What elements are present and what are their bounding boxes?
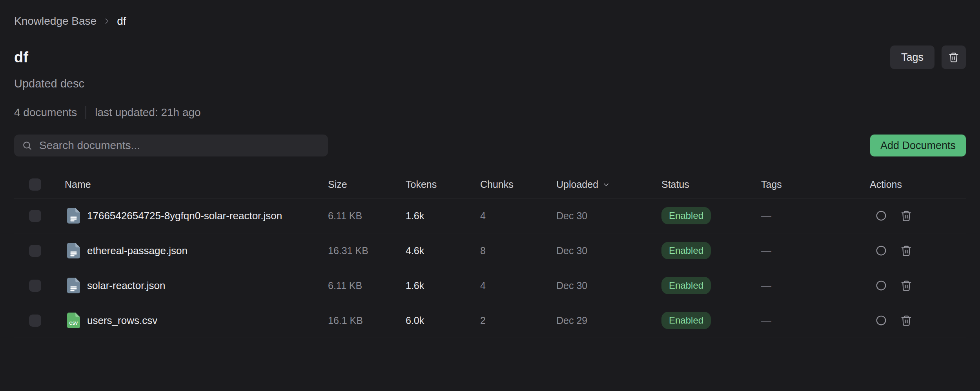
document-tokens: 6.0k <box>406 315 480 326</box>
document-size: 16.31 KB <box>328 245 406 256</box>
column-header-status[interactable]: Status <box>661 179 761 190</box>
status-badge: Enabled <box>661 277 711 294</box>
document-tags: — <box>761 315 870 327</box>
tags-button[interactable]: Tags <box>890 45 934 69</box>
column-header-tags: Tags <box>761 179 870 190</box>
status-badge: Enabled <box>661 207 711 224</box>
document-uploaded: Dec 29 <box>556 315 661 326</box>
table-row: ethereal-passage.json 16.31 KB 4.6k 8 De… <box>14 233 966 268</box>
json-file-icon <box>67 208 80 224</box>
delete-knowledge-base-button[interactable] <box>942 45 966 69</box>
toggle-status-button[interactable] <box>875 210 887 222</box>
table-body: 1766542654725-8ygfqn0-solar-reactor.json… <box>14 198 966 338</box>
trash-icon <box>900 210 912 222</box>
trash-icon <box>948 52 959 63</box>
documents-table: Name Size Tokens Chunks Uploaded Status … <box>14 171 966 338</box>
json-file-icon <box>67 278 80 293</box>
kb-stats: 4 documents last updated: 21h ago <box>14 106 966 119</box>
delete-document-button[interactable] <box>900 280 912 291</box>
trash-icon <box>900 315 912 326</box>
document-tags: — <box>761 280 870 292</box>
row-checkbox[interactable] <box>29 210 41 222</box>
toolbar: Add Documents <box>14 135 966 156</box>
table-header: Name Size Tokens Chunks Uploaded Status … <box>14 171 966 198</box>
search-icon <box>22 140 32 151</box>
document-tags: — <box>761 245 870 257</box>
document-chunks: 2 <box>480 315 556 326</box>
add-documents-button[interactable]: Add Documents <box>870 135 966 156</box>
trash-icon <box>900 245 912 256</box>
kb-description: Updated desc <box>14 78 966 89</box>
column-header-actions: Actions <box>870 179 966 190</box>
knowledge-base-page: Knowledge Base df df Tags Updated desc 4… <box>0 0 980 391</box>
table-row: 1766542654725-8ygfqn0-solar-reactor.json… <box>14 198 966 233</box>
chevron-right-icon <box>103 17 111 25</box>
document-chunks: 4 <box>480 280 556 291</box>
select-all-checkbox[interactable] <box>29 178 41 191</box>
document-count: 4 documents <box>14 106 77 119</box>
csv-file-icon: CSV <box>67 313 80 328</box>
delete-document-button[interactable] <box>900 245 912 256</box>
toggle-status-button[interactable] <box>875 315 887 326</box>
breadcrumb: Knowledge Base df <box>14 0 966 27</box>
document-tags: — <box>761 210 870 222</box>
circle-icon <box>875 315 887 326</box>
delete-document-button[interactable] <box>900 315 912 326</box>
circle-icon <box>875 280 887 291</box>
column-header-size[interactable]: Size <box>328 179 406 190</box>
document-name[interactable]: solar-reactor.json <box>87 280 165 292</box>
document-uploaded: Dec 30 <box>556 210 661 222</box>
document-size: 6.11 KB <box>328 210 406 222</box>
column-header-name[interactable]: Name <box>55 179 328 190</box>
breadcrumb-knowledge-base[interactable]: Knowledge Base <box>14 15 97 27</box>
delete-document-button[interactable] <box>900 210 912 222</box>
column-header-uploaded[interactable]: Uploaded <box>556 179 661 190</box>
document-uploaded: Dec 30 <box>556 280 661 291</box>
circle-icon <box>875 245 887 256</box>
svg-text:CSV: CSV <box>69 321 78 326</box>
divider <box>86 106 86 119</box>
document-tokens: 1.6k <box>406 210 480 222</box>
row-checkbox[interactable] <box>29 280 41 292</box>
title-row: df Tags <box>14 45 966 69</box>
status-badge: Enabled <box>661 312 711 329</box>
document-tokens: 1.6k <box>406 280 480 291</box>
circle-icon <box>875 210 887 222</box>
last-updated: last updated: 21h ago <box>95 106 200 119</box>
page-title: df <box>14 49 28 66</box>
document-uploaded: Dec 30 <box>556 245 661 256</box>
search-input[interactable] <box>38 139 320 152</box>
table-row: solar-reactor.json 6.11 KB 1.6k 4 Dec 30… <box>14 268 966 303</box>
search-box[interactable] <box>14 135 328 156</box>
document-chunks: 8 <box>480 245 556 256</box>
chevron-down-icon <box>602 181 610 189</box>
document-chunks: 4 <box>480 210 556 222</box>
document-size: 6.11 KB <box>328 280 406 291</box>
toggle-status-button[interactable] <box>875 245 887 256</box>
column-header-chunks[interactable]: Chunks <box>480 179 556 190</box>
uploaded-label: Uploaded <box>556 179 598 190</box>
breadcrumb-current: df <box>117 15 126 27</box>
document-name[interactable]: ethereal-passage.json <box>87 245 188 257</box>
document-tokens: 4.6k <box>406 245 480 256</box>
document-name[interactable]: 1766542654725-8ygfqn0-solar-reactor.json <box>87 210 282 222</box>
json-file-icon <box>67 243 80 258</box>
row-checkbox[interactable] <box>29 315 41 327</box>
row-checkbox[interactable] <box>29 245 41 257</box>
toggle-status-button[interactable] <box>875 280 887 291</box>
column-header-tokens[interactable]: Tokens <box>406 179 480 190</box>
trash-icon <box>900 280 912 291</box>
document-size: 16.1 KB <box>328 315 406 326</box>
status-badge: Enabled <box>661 242 711 259</box>
table-row: CSV users_rows.csv 16.1 KB 6.0k 2 Dec 29… <box>14 303 966 338</box>
title-actions: Tags <box>890 45 966 69</box>
document-name[interactable]: users_rows.csv <box>87 315 157 327</box>
